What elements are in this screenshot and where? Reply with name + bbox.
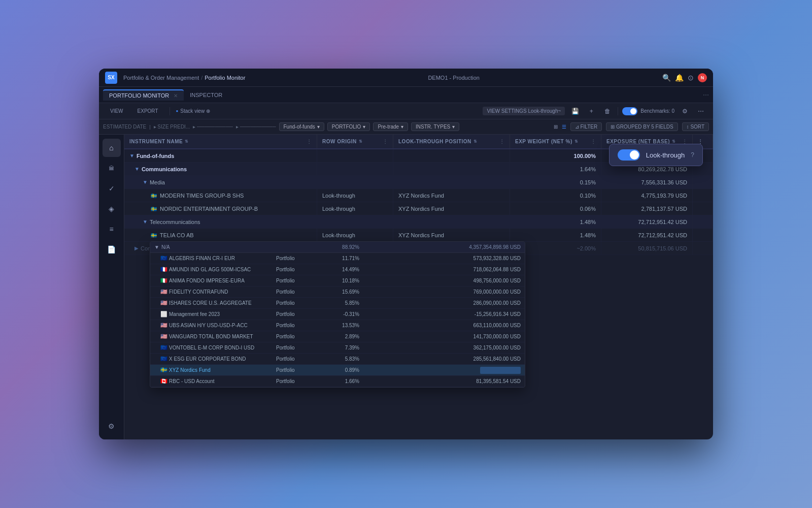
pre-trade-dropdown[interactable]: Pre-trade ▾ [373, 122, 408, 131]
bell-icon[interactable]: 🔔 [675, 74, 684, 82]
list-item[interactable]: 🇫🇷 AMUNDI IND GL AGG 500M-ICSAC Portfoli… [150, 264, 525, 275]
list-item[interactable]: ⬜ Management fee 2023 Portfolio -0.31% -… [150, 309, 525, 320]
list-item[interactable]: 🇪🇺 ALGEBRIS FINAN CR-I EUR Portfolio 11.… [150, 253, 525, 264]
sidebar-item-doc[interactable]: 📄 [103, 240, 121, 259]
list-item[interactable]: 🇺🇸 VANGUARD TOTAL BOND MARKET Portfolio … [150, 331, 525, 342]
dropdown-chevron2: ▾ [363, 124, 365, 130]
lower-td-name: ⬜ Management fee 2023 [150, 309, 272, 320]
column-menu-lt[interactable]: ⋮ [499, 139, 505, 144]
td-extra [693, 242, 713, 255]
list-item[interactable]: 🇺🇸 FIDELITY CONTRAFUND Portfolio 15.69% … [150, 287, 525, 298]
instr-types-dropdown[interactable]: INSTR. TYPES ▾ [411, 122, 459, 131]
table-row[interactable]: ▼ Telecommunications 1.48% 72,712,951.42… [124, 215, 713, 229]
expand-icon[interactable]: ▼ [134, 166, 140, 172]
tab-inspector[interactable]: INSPECTOR [184, 90, 228, 100]
breadcrumb-parent: Portfolio & Order Management [123, 75, 199, 81]
td-weight: 0.10% [510, 189, 601, 202]
list-item[interactable]: 🇪🇺 VONTOBEL E-M CORP BOND-I USD Portfoli… [150, 342, 525, 354]
stack-dot-icon: ● [176, 109, 179, 113]
sidebar-item-check[interactable]: ✓ [103, 179, 121, 198]
lower-td-origin: Portfolio [272, 320, 318, 331]
expand-icon[interactable]: ▼ [143, 179, 148, 185]
settings-icon[interactable]: ⚙ [679, 105, 691, 117]
grouped-by-button[interactable]: ⊞ GROUPED BY 5 FIELDS [606, 122, 678, 131]
lookthrough-switch[interactable] [618, 149, 640, 161]
view-settings-button[interactable]: VIEW SETTINGS Look-through~ [483, 107, 565, 115]
sort-icon-weight[interactable]: ⇅ [574, 139, 579, 144]
column-menu-instrument[interactable]: ⋮ [307, 139, 312, 144]
list-item[interactable]: 🇺🇸 ISHARES CORE U.S. AGGREGATE Portfolio… [150, 298, 525, 309]
flag-icon: 🇮🇹 [160, 277, 167, 284]
lower-td-name: 🇮🇹 ANIMA FONDO IMPRESE-EURA [150, 275, 272, 286]
lower-td-weight: 5.85% [318, 298, 363, 308]
save-icon[interactable]: 💾 [569, 105, 581, 117]
lower-group-header[interactable]: ▼ N/A [150, 242, 272, 252]
sidebar-item-home[interactable]: ⌂ [103, 139, 121, 157]
td-exposure: 2,781,137.57 USD [601, 202, 693, 215]
sidebar-item-bank[interactable]: 🏛 [103, 159, 121, 177]
lower-td-exposure: 285,561,840.00 USD [363, 354, 525, 364]
view-button[interactable]: VIEW [105, 107, 128, 115]
sort-icon-instrument[interactable]: ⇅ [185, 139, 189, 144]
user-avatar[interactable]: N [698, 73, 707, 82]
td-name: ▼ Media [124, 176, 317, 188]
td-name: ▼ Telecommunications [124, 215, 317, 228]
expand-icon[interactable]: ▶ [134, 245, 139, 251]
td-name: 🇸🇪 TELIA CO AB [124, 229, 317, 241]
expand-icon[interactable]: ▼ [143, 219, 148, 225]
lookthrough-knob [630, 150, 639, 160]
view-list-icon[interactable]: ☰ [562, 124, 566, 130]
dropdown-chevron4: ▾ [452, 124, 455, 130]
more-icon[interactable]: ⋯ [695, 105, 707, 117]
lower-expand-icon[interactable]: ▼ [154, 244, 159, 250]
tab-portfolio-monitor[interactable]: PORTFOLIO MONITOR ✕ [103, 89, 184, 101]
sort-icon-lt[interactable]: ⇅ [473, 139, 478, 144]
list-item[interactable]: 🇨🇦 RBC - USD Account Portfolio 1.66% 81,… [150, 376, 525, 387]
help-icon[interactable]: ⊙ [688, 74, 694, 82]
table-row[interactable]: 🇸🇪 MODERN TIMES GROUP-B SHS Look-through… [124, 189, 713, 202]
table-row[interactable]: 🇸🇪 TELIA CO AB Look-through XYZ Nordics … [124, 229, 713, 242]
table-row[interactable]: 🇸🇪 NORDIC ENTERTAINMENT GROUP-B Look-thr… [124, 202, 713, 215]
sort-button[interactable]: ↕ SORT [682, 122, 709, 131]
app-logo: SX [105, 72, 117, 84]
column-menu-weight[interactable]: ⋮ [591, 139, 596, 144]
search-icon[interactable]: 🔍 [662, 74, 671, 82]
portfolio-dropdown[interactable]: PORTFOLIO ▾ [327, 122, 370, 131]
tabs-more-icon[interactable]: ⋯ [703, 91, 709, 99]
lower-td-origin: Portfolio [272, 365, 318, 375]
table-row[interactable]: ▼ Media 0.15% 7,556,331.36 USD [124, 176, 713, 189]
list-item[interactable]: 🇺🇸 UBS ASIAN H/Y USD-USD-P-ACC Portfolio… [150, 320, 525, 331]
delete-icon[interactable]: 🗑 [601, 105, 614, 117]
view-grid-icon[interactable]: ⊞ [554, 124, 558, 130]
lower-td-weight: 7.39% [318, 342, 363, 353]
filter-empty1: ▸ ────────── [193, 124, 233, 130]
tab-close-monitor[interactable]: ✕ [174, 93, 178, 99]
add-icon[interactable]: + [585, 105, 597, 117]
sidebar-item-link[interactable]: ◈ [103, 200, 121, 218]
sidebar-item-chart[interactable]: ≡ [103, 220, 121, 238]
td-extra [693, 176, 713, 188]
td-lt [393, 149, 510, 162]
lower-td-exposure: 286,090,000.00 USD [363, 298, 525, 308]
column-menu-origin[interactable]: ⋮ [383, 139, 388, 144]
export-button[interactable]: EXPORT [132, 107, 163, 115]
lower-td-name: 🇪🇺 ALGEBRIS FINAN CR-I EUR [150, 253, 272, 264]
sort-icon-origin[interactable]: ⇅ [359, 139, 363, 144]
list-item[interactable]: 🇪🇺 X ESG EUR CORPORATE BOND Portfolio 5.… [150, 354, 525, 365]
list-item[interactable]: 🇮🇹 ANIMA FONDO IMPRESE-EURA Portfolio 10… [150, 275, 525, 287]
td-lt: XYZ Nordics Fund [393, 189, 510, 202]
lower-td-origin: Portfolio [272, 309, 318, 320]
app-window: SX Portfolio & Order Management / Portfo… [99, 69, 713, 439]
td-exposure: 7,556,331.36 USD [601, 176, 693, 188]
lower-td-origin: Portfolio [272, 298, 318, 308]
flag-icon: 🇪🇺 [160, 356, 167, 362]
dropdown-chevron3: ▾ [401, 124, 403, 130]
benchmarks-switch[interactable] [622, 107, 637, 115]
expand-icon[interactable]: ▼ [129, 153, 134, 158]
list-item[interactable]: 🇸🇪 XYZ Nordics Fund Portfolio 0.89% [150, 365, 525, 376]
sort-icon-exposure[interactable]: ⇅ [672, 139, 676, 144]
lookthrough-info-icon[interactable]: ? [691, 151, 694, 158]
filter-button[interactable]: ⊿ FILTER [570, 122, 602, 131]
portfolio-type-dropdown[interactable]: Fund-of-funds ▾ [279, 122, 324, 131]
sidebar-item-settings[interactable]: ⚙ [103, 417, 121, 435]
